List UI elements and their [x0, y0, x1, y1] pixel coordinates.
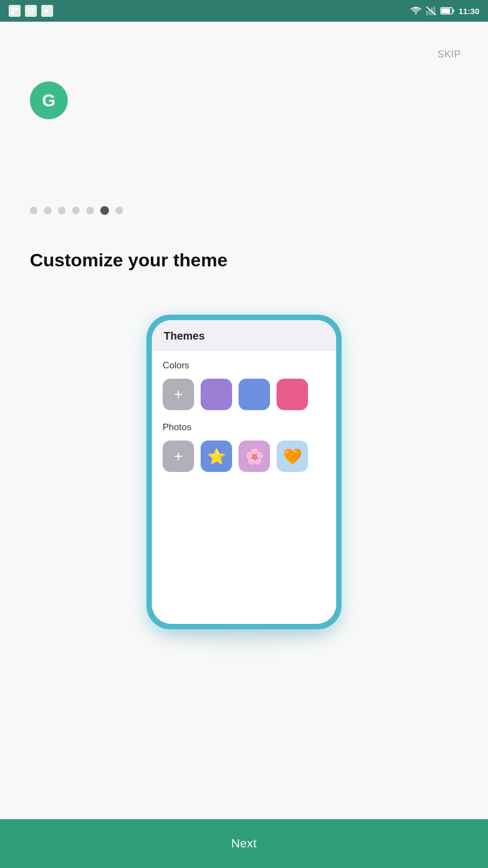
svg-text:A: A	[44, 8, 48, 14]
add-photo-button[interactable]: +	[163, 441, 194, 472]
svg-rect-6	[426, 11, 428, 15]
signal-icon	[426, 7, 436, 15]
svg-rect-12	[453, 9, 454, 12]
svg-rect-0	[11, 8, 14, 10]
skip-button[interactable]: SKIP	[438, 49, 461, 60]
svg-rect-13	[441, 9, 450, 14]
plus-icon-photo: +	[174, 449, 183, 464]
flower-theme[interactable]: 🌸	[239, 441, 270, 472]
plus-icon: +	[174, 387, 183, 402]
status-bar-right: 11:30	[410, 7, 479, 16]
progress-dot-7	[115, 207, 123, 214]
battery-icon	[440, 7, 454, 15]
status-bar-left: A	[9, 5, 53, 17]
page-heading: Customize your theme	[30, 250, 228, 271]
colors-row: +	[163, 379, 325, 410]
main-content: SKIP G Customize your theme Themes Color	[0, 22, 488, 868]
phone-mockup: Themes Colors + Photos	[146, 315, 342, 629]
purple-swatch[interactable]	[201, 379, 232, 410]
time-display: 11:30	[459, 7, 479, 16]
progress-dot-5	[86, 207, 94, 214]
progress-dot-2	[44, 207, 52, 214]
themes-body: Colors + Photos +	[152, 350, 336, 624]
progress-dot-1	[30, 207, 37, 214]
svg-point-5	[415, 13, 416, 15]
app-icon-1	[9, 5, 21, 17]
themes-header: Themes	[152, 320, 336, 350]
app-icon-3: A	[41, 5, 53, 17]
wifi-icon	[410, 7, 422, 15]
app-icon-2	[25, 5, 37, 17]
blue-swatch[interactable]	[239, 379, 270, 410]
next-button[interactable]: Next	[0, 819, 488, 868]
colors-label: Colors	[163, 360, 325, 371]
status-bar: A 11:30	[0, 0, 488, 22]
heart-theme[interactable]: 🧡	[277, 441, 308, 472]
phone-inner: Themes Colors + Photos	[152, 320, 336, 624]
app-logo: G	[30, 81, 68, 119]
progress-dots	[30, 206, 123, 215]
add-color-button[interactable]: +	[163, 379, 194, 410]
phone-outer: Themes Colors + Photos	[146, 315, 342, 629]
svg-point-3	[28, 8, 34, 14]
progress-dot-3	[58, 207, 66, 214]
svg-rect-2	[11, 11, 14, 14]
star-theme[interactable]: ⭐	[201, 441, 232, 472]
svg-rect-1	[15, 8, 18, 10]
photos-label: Photos	[163, 422, 325, 433]
progress-dot-4	[72, 207, 80, 214]
pink-swatch[interactable]	[277, 379, 308, 410]
photos-row: + ⭐ 🌸 🧡	[163, 441, 325, 472]
progress-dot-6	[100, 206, 109, 215]
